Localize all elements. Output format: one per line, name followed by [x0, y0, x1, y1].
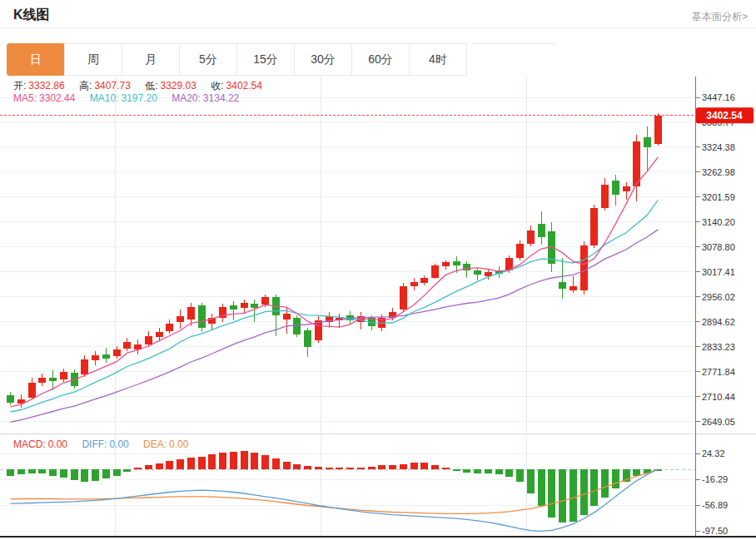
timeframe-tabbar: 日 周 月 5分 15分 30分 60分 4时 — [7, 43, 467, 76]
candle — [251, 304, 258, 308]
candle — [177, 316, 184, 322]
candle — [113, 349, 121, 356]
ohlc-readout: 开:3332.86 高:3407.73 低:3329.03 收:3402.54 — [13, 79, 265, 93]
macd-bar — [505, 469, 513, 477]
macd-bar — [580, 469, 588, 515]
macd-bar — [230, 452, 237, 469]
macd-bar — [336, 468, 343, 469]
macd-bar — [590, 469, 598, 506]
macd-bar — [420, 463, 428, 469]
macd-bar — [241, 451, 248, 469]
candle — [463, 264, 470, 270]
tab-60min[interactable]: 60分 — [351, 43, 410, 76]
close-value: 3402.54 — [226, 80, 262, 92]
ma-lines — [11, 200, 659, 412]
macd-bar — [346, 468, 354, 469]
axis-tick-label: 3447.16 — [702, 92, 735, 102]
macd-bar — [219, 453, 226, 469]
close-label: 收: — [211, 80, 223, 92]
macd-readout: MACD:0.00 DIFF:0.00 DEA:0.00 — [13, 438, 191, 450]
price-axis: 3447.163385.773324.383262.983201.593140.… — [696, 77, 735, 537]
candle — [527, 230, 535, 244]
macd-bar — [283, 462, 291, 469]
axis-tick-label: -97.50 — [702, 526, 728, 536]
macd-bar — [548, 469, 555, 518]
dea-value: 0.00 — [169, 438, 188, 450]
candle — [474, 270, 481, 275]
axis-tick-label: 3078.80 — [702, 242, 735, 252]
macd-bar — [17, 469, 25, 474]
page-title: K线图 — [13, 7, 50, 24]
candle — [559, 282, 566, 289]
tab-30min[interactable]: 30分 — [294, 43, 352, 76]
candle — [304, 330, 311, 347]
candle — [28, 383, 36, 398]
ma20-label: MA20: — [172, 92, 201, 104]
candle — [187, 307, 195, 320]
macd-bar — [326, 468, 333, 469]
tab-15min[interactable]: 15分 — [236, 43, 295, 76]
candle — [92, 355, 99, 359]
candle — [81, 359, 88, 374]
axis-tick-label: 2956.02 — [702, 292, 735, 302]
macd-bar — [410, 463, 418, 469]
candlesticks — [7, 113, 662, 408]
candle — [569, 286, 577, 290]
tab-day[interactable]: 日 — [7, 43, 65, 76]
macd-bar — [81, 469, 88, 482]
macd-bar — [134, 468, 142, 469]
candle — [442, 262, 450, 266]
ma10-label: MA10: — [90, 92, 119, 104]
candle — [612, 181, 619, 195]
candle — [538, 224, 545, 237]
kline-chart-app: K线图 基本面分析> 日 周 月 5分 15分 30分 60分 4时 开:333… — [0, 0, 756, 540]
macd-bar — [113, 469, 121, 476]
ma10-line — [11, 200, 659, 412]
macd-bar — [304, 466, 311, 469]
macd-bar — [208, 454, 216, 469]
macd-bar — [378, 465, 385, 469]
tabbar-extension-line — [473, 43, 556, 44]
macd-bar — [92, 469, 99, 481]
header-divider — [0, 27, 756, 28]
ma5-value: 3302.44 — [39, 92, 75, 104]
candle — [145, 336, 152, 344]
macd-bar — [400, 464, 407, 469]
last-price-badge: 3402.54 — [696, 107, 754, 123]
macd-bar — [166, 461, 173, 469]
macd-bar — [538, 469, 545, 506]
candle — [123, 342, 131, 348]
axis-tick-label: 2649.05 — [702, 417, 735, 427]
axis-tick-label: 3324.38 — [702, 142, 735, 152]
macd-bar — [389, 465, 396, 469]
candle — [38, 378, 46, 383]
tab-week[interactable]: 周 — [64, 43, 122, 76]
candle — [516, 244, 524, 258]
macd-bar — [293, 464, 301, 469]
macd-bar — [49, 469, 57, 476]
candle — [453, 261, 460, 265]
dea-label: DEA: — [143, 438, 167, 450]
macd-bar — [368, 467, 376, 469]
axis-tick-label: 3140.20 — [702, 217, 735, 227]
candle — [420, 278, 428, 283]
tab-month[interactable]: 月 — [122, 43, 180, 76]
fundamental-analysis-link[interactable]: 基本面分析> — [692, 10, 748, 24]
tab-5min[interactable]: 5分 — [179, 43, 237, 76]
candle — [654, 116, 662, 144]
tab-4hour[interactable]: 4时 — [409, 43, 467, 76]
candle — [49, 378, 57, 381]
macd-bar — [601, 469, 609, 498]
low-label: 低: — [145, 80, 157, 92]
candle — [431, 265, 439, 278]
ma20-line — [11, 230, 659, 422]
ma5-label: MA5: — [13, 92, 37, 104]
macd-bar — [156, 463, 163, 469]
axis-tick-label: 2771.84 — [702, 367, 735, 377]
axis-tick-label: 3262.98 — [702, 167, 735, 177]
open-value: 3332.86 — [28, 80, 64, 92]
candle — [590, 208, 598, 245]
candle — [283, 314, 291, 320]
macd-bar — [569, 469, 577, 522]
macd-bar — [453, 469, 460, 471]
